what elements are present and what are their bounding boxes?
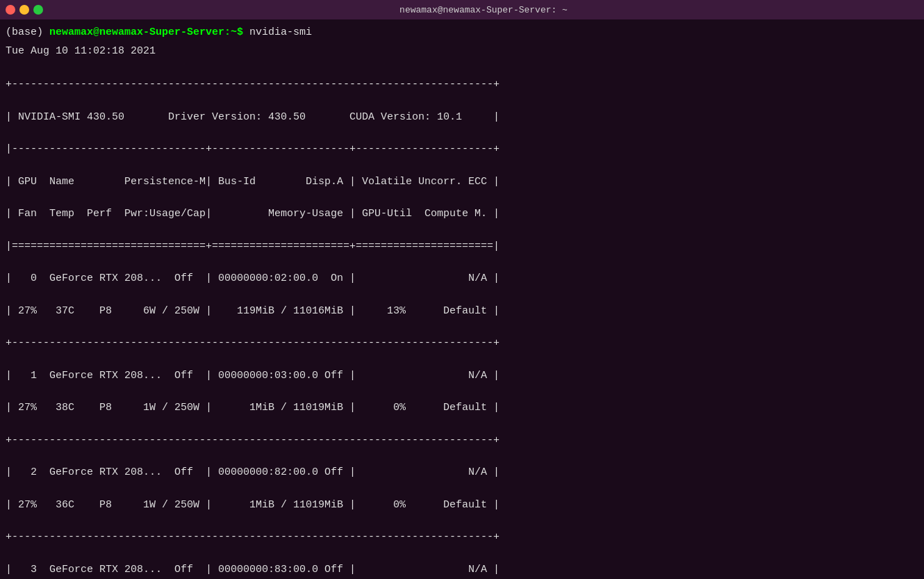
mid-dash4: +---------------------------------------…	[6, 531, 500, 543]
gpu2-line2: | 27% 36C P8 1W / 250W | 1MiB / 11019MiB…	[6, 499, 500, 511]
window-title: newamax@newamax-Super-Server: ~	[49, 5, 918, 15]
close-button[interactable]	[6, 5, 15, 15]
gpu1-line2: | 27% 38C P8 1W / 250W | 1MiB / 11019MiB…	[6, 402, 500, 414]
col-header2: | Fan Temp Perf Pwr:Usage/Cap| Memory-Us…	[6, 208, 500, 220]
minimize-button[interactable]	[19, 5, 29, 15]
terminal: (base) newamax@newamax-Super-Server:~$ n…	[0, 19, 924, 579]
mid-dash1: |-------------------------------+-------…	[6, 143, 500, 155]
gpu0-line1: | 0 GeForce RTX 208... Off | 00000000:02…	[6, 272, 500, 284]
gpu1-line1: | 1 GeForce RTX 208... Off | 00000000:03…	[6, 370, 500, 382]
user-host: newamax@newamax-Super-Server:~$	[49, 26, 243, 38]
window-controls[interactable]	[6, 5, 43, 15]
col-header1: | GPU Name Persistence-M| Bus-Id Disp.A …	[6, 176, 500, 188]
mid-dash3: +---------------------------------------…	[6, 434, 500, 446]
gpu0-line2: | 27% 37C P8 6W / 250W | 119MiB / 11016M…	[6, 305, 500, 317]
gpu2-line1: | 2 GeForce RTX 208... Off | 00000000:82…	[6, 466, 500, 478]
smi-output: +---------------------------------------…	[0, 60, 924, 579]
title-bar: newamax@newamax-Super-Server: ~	[0, 0, 924, 19]
top-dash: +---------------------------------------…	[6, 79, 500, 90]
base-prefix: (base)	[6, 26, 49, 38]
command-text: nvidia-smi	[243, 26, 312, 38]
command-prompt: (base) newamax@newamax-Super-Server:~$ n…	[0, 24, 924, 42]
equal-line: |===============================+=======…	[6, 240, 500, 252]
gpu3-line1: | 3 GeForce RTX 208... Off | 00000000:83…	[6, 564, 500, 576]
timestamp: Tue Aug 10 11:02:18 2021	[0, 42, 924, 61]
header-line1: | NVIDIA-SMI 430.50 Driver Version: 430.…	[6, 111, 500, 123]
mid-dash2: +---------------------------------------…	[6, 337, 500, 349]
maximize-button[interactable]	[33, 5, 43, 15]
